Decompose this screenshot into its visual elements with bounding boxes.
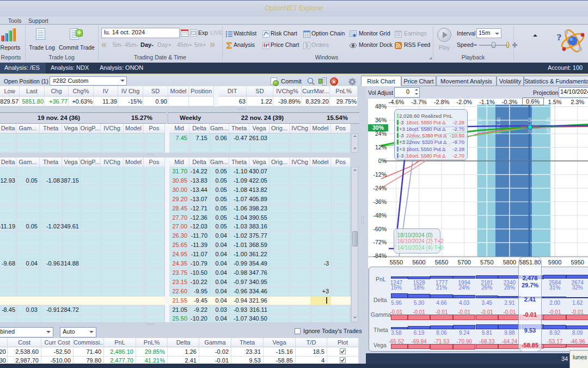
svg-text:$: $ bbox=[305, 43, 309, 49]
